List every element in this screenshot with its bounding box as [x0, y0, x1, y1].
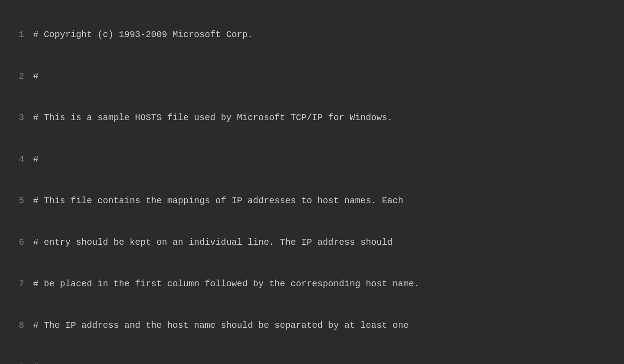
code-content[interactable]: # Copyright (c) 1993-2009 Microsoft Corp…: [33, 0, 624, 364]
line-number: 1: [3, 28, 24, 42]
line-number: 7: [3, 277, 24, 291]
line-number: 4: [3, 152, 24, 166]
code-line[interactable]: # be placed in the first column followed…: [33, 277, 624, 291]
code-line[interactable]: # This is a sample HOSTS file used by Mi…: [33, 111, 624, 125]
line-number: 5: [3, 194, 24, 208]
code-line[interactable]: # Copyright (c) 1993-2009 Microsoft Corp…: [33, 28, 624, 42]
line-number: 6: [3, 235, 24, 249]
line-number: 9: [3, 360, 24, 364]
code-line[interactable]: # The IP address and the host name shoul…: [33, 318, 624, 332]
code-line[interactable]: # entry should be kept on an individual …: [33, 235, 624, 249]
code-line[interactable]: # space.: [33, 360, 624, 364]
code-line[interactable]: #: [33, 69, 624, 83]
line-number: 2: [3, 69, 24, 83]
code-line[interactable]: #: [33, 152, 624, 166]
code-editor[interactable]: 1 2 3 4 5 6 7 8 9 10 11 12 13 14 15 16 1…: [0, 0, 624, 364]
line-number: 3: [3, 111, 24, 125]
code-line[interactable]: # This file contains the mappings of IP …: [33, 194, 624, 208]
line-number-gutter: 1 2 3 4 5 6 7 8 9 10 11 12 13 14 15 16 1…: [0, 0, 33, 364]
line-number: 8: [3, 318, 24, 332]
